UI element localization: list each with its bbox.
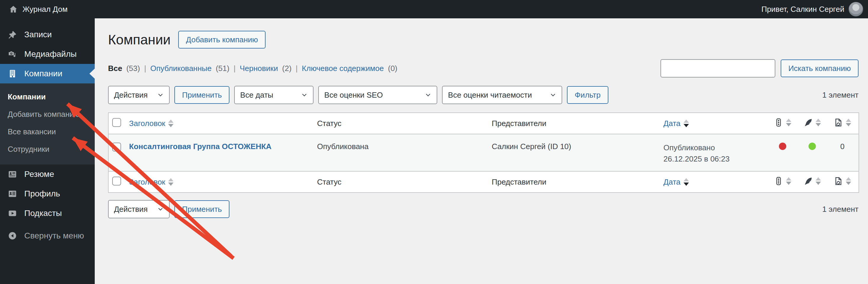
seo-traffic-light-icon	[774, 118, 783, 127]
sidebar-item-label: Подкасты	[24, 209, 62, 218]
pin-icon	[6, 30, 18, 39]
submenu-item-employees[interactable]: Сотрудники	[8, 140, 95, 158]
sidebar-item-posts[interactable]: Записи	[0, 25, 95, 44]
add-company-button[interactable]: Добавить компанию	[178, 31, 266, 49]
row-status: Опубликована	[314, 134, 489, 171]
column-status-label: Статус	[314, 113, 489, 134]
readability-feather-icon	[804, 118, 813, 127]
sort-arrows-icon	[815, 177, 821, 185]
wordpress-admin-companies-page: { "admin_bar": { "site_name": "Журнал До…	[0, 0, 868, 284]
sidebar-item-media[interactable]: Медиафайлы	[0, 44, 95, 64]
column-representatives-label: Представители	[489, 113, 660, 134]
sidebar-item-label: Медиафайлы	[24, 50, 77, 59]
select-all-checkbox[interactable]	[112, 177, 121, 186]
sort-arrows-icon	[684, 178, 689, 186]
site-menu[interactable]: Журнал Дом	[9, 5, 67, 14]
search-input[interactable]	[660, 59, 775, 77]
sidebar-item-label: Записи	[24, 30, 52, 39]
links-count: 0	[826, 134, 859, 171]
seo-filter-value: Все оценки SEO	[324, 91, 383, 100]
table-footer-row: Заголовок Статус Представители Дата	[108, 171, 859, 193]
column-status-label: Статус	[314, 171, 489, 193]
sort-by-title-link[interactable]: Заголовок	[129, 119, 174, 128]
sidebar-item-profile[interactable]: Профиль	[0, 184, 95, 203]
view-published-count: (51)	[216, 64, 229, 73]
view-all-count: (53)	[126, 64, 140, 73]
sort-by-date-link[interactable]: Дата	[663, 119, 689, 128]
site-name: Журнал Дом	[23, 5, 67, 14]
sort-by-links-link[interactable]	[834, 177, 851, 186]
dates-filter-select[interactable]: Все даты	[234, 86, 313, 104]
sort-arrows-icon	[168, 178, 174, 186]
sidebar-item-resume[interactable]: Резюме	[0, 164, 95, 184]
user-avatar[interactable]	[848, 2, 863, 17]
chevron-down-icon	[425, 92, 431, 98]
sort-arrows-icon	[168, 120, 174, 127]
page-title: Компании	[108, 32, 170, 47]
item-count: 1 элемент	[822, 91, 859, 100]
chevron-down-icon	[157, 92, 164, 98]
view-drafts-link[interactable]: Черновики	[240, 64, 278, 73]
building-icon	[6, 69, 18, 78]
view-all-link[interactable]: Все	[108, 64, 122, 73]
submenu-item-companies[interactable]: Компании	[8, 88, 95, 105]
column-title-label: Заголовок	[129, 178, 165, 187]
sort-by-title-link[interactable]: Заголовок	[129, 178, 174, 187]
collapse-icon	[6, 231, 18, 240]
search-companies-button[interactable]: Искать компанию	[781, 60, 859, 77]
column-date-label: Дата	[663, 119, 681, 128]
bulk-actions-select-bottom[interactable]: Действия	[108, 200, 169, 218]
readability-filter-select[interactable]: Все оценки читаемости	[442, 86, 562, 104]
sort-arrows-icon	[786, 119, 791, 126]
linked-document-icon	[834, 177, 843, 186]
account-menu[interactable]: Привет, Салкин Сергей	[762, 2, 863, 17]
readability-feather-icon	[804, 177, 813, 186]
sort-arrows-icon	[684, 120, 689, 127]
sidebar-item-label: Резюме	[24, 169, 54, 179]
row-checkbox[interactable]	[112, 143, 121, 152]
readability-filter-value: Все оценки читаемости	[448, 91, 532, 100]
date-line2: 26.12.2025 в 06:23	[663, 153, 764, 164]
sidebar-item-label: Компании	[24, 69, 62, 78]
sidebar-item-companies[interactable]: Компании	[0, 64, 95, 84]
sort-by-date-link[interactable]: Дата	[663, 178, 689, 187]
sort-by-links-link[interactable]	[834, 118, 851, 127]
date-line1: Опубликовано	[663, 142, 764, 153]
sort-by-readability-link[interactable]	[804, 177, 821, 186]
home-icon	[9, 5, 18, 13]
sort-by-readability-link[interactable]	[804, 118, 821, 127]
main-content: Компании Добавить компанию Все (53) | Оп…	[95, 18, 868, 284]
filter-button[interactable]: Фильтр	[567, 86, 608, 104]
select-all-checkbox[interactable]	[112, 118, 121, 127]
view-published-link[interactable]: Опубликованные	[150, 64, 212, 73]
apply-button[interactable]: Применить	[174, 86, 229, 104]
sort-arrows-icon	[846, 119, 851, 126]
chevron-down-icon	[157, 206, 164, 212]
submenu-item-add-company[interactable]: Добавить компанию	[8, 105, 95, 123]
column-date-label: Дата	[663, 178, 681, 187]
media-icon	[6, 50, 18, 59]
column-title-label: Заголовок	[129, 119, 165, 128]
row-date: Опубликовано 26.12.2025 в 06:23	[660, 134, 767, 171]
chevron-down-icon	[550, 92, 556, 98]
admin-bar: Журнал Дом Привет, Салкин Сергей	[0, 0, 868, 18]
collapse-menu-button[interactable]: Свернуть меню	[0, 226, 95, 246]
view-cornerstone-link[interactable]: Ключевое содержимое	[302, 64, 384, 73]
seo-filter-select[interactable]: Все оценки SEO	[318, 86, 437, 104]
company-title-link[interactable]: Консалтинговая Группа ОСТОЖЕНКА	[129, 142, 272, 151]
video-icon	[6, 209, 18, 218]
active-item-notch	[89, 69, 95, 79]
id-card-icon	[6, 170, 18, 179]
item-count-bottom: 1 элемент	[822, 205, 859, 214]
bulk-actions-select[interactable]: Действия	[108, 86, 169, 104]
bulk-actions-value: Действия	[114, 205, 148, 214]
sort-by-seo-score-link[interactable]	[774, 177, 791, 186]
readability-score-dot	[808, 143, 816, 150]
sort-by-seo-score-link[interactable]	[774, 118, 791, 127]
sidebar-item-podcasts[interactable]: Подкасты	[0, 203, 95, 223]
seo-score-dot	[779, 143, 786, 150]
table-header-row: Заголовок Статус Представители Дата	[108, 113, 859, 134]
submenu-item-all-vacancies[interactable]: Все вакансии	[8, 123, 95, 140]
sort-arrows-icon	[815, 119, 821, 126]
apply-button-bottom[interactable]: Применить	[174, 200, 229, 218]
